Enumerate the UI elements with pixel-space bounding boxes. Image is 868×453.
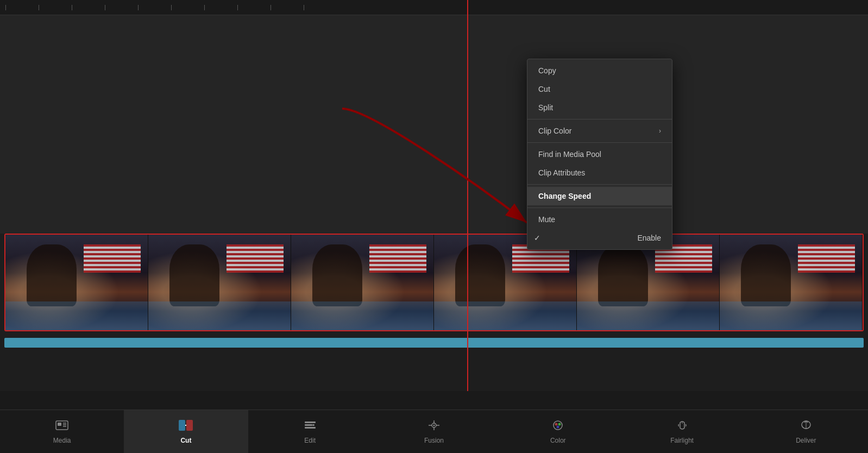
fairlight-icon [676,419,689,433]
ruler-tick [39,5,39,10]
frame-flag [227,244,284,273]
media-icon [55,419,68,433]
ruler-tick [72,5,72,10]
menu-item-mute-label: Mute [538,215,555,224]
menu-item-find-media-pool[interactable]: Find in Media Pool [527,145,672,163]
frame-flag [369,244,426,273]
track-container [0,234,868,358]
context-menu-section-speed: Change Speed [527,184,672,207]
menu-item-cut[interactable]: Cut [527,80,672,98]
nav-label-deliver: Deliver [796,437,816,444]
nav-item-cut[interactable]: Cut [124,410,248,453]
svg-rect-9 [305,421,316,423]
ruler-tick [138,5,139,10]
menu-item-clip-attributes-label: Clip Attributes [538,168,585,177]
frame-figure [598,244,648,306]
clip-frame-6 [720,235,863,330]
menu-item-clip-color[interactable]: Clip Color › [527,122,672,140]
frame-flag [798,244,855,273]
menu-item-split-label: Split [538,103,553,112]
nav-item-fairlight[interactable]: Fairlight [620,410,744,453]
nav-item-deliver[interactable]: Deliver [744,410,868,453]
frame-figure [455,244,505,306]
menu-item-copy[interactable]: Copy [527,61,672,80]
svg-rect-11 [305,427,316,429]
nav-label-edit: Edit [304,437,316,444]
menu-item-change-speed-label: Change Speed [538,192,591,200]
nav-item-media[interactable]: Media [0,410,124,453]
context-menu-section-edit: Copy Cut Split [527,59,672,119]
ruler-tick [5,5,6,10]
audio-track-bar [4,338,864,348]
ruler-tick [304,5,304,10]
clip-color-submenu-arrow: › [659,127,661,135]
frame-figure [741,244,791,306]
svg-rect-7 [186,420,193,431]
edit-icon [304,419,317,433]
menu-item-find-media-pool-label: Find in Media Pool [538,150,601,159]
svg-point-19 [433,424,435,426]
nav-label-fairlight: Fairlight [670,437,694,444]
svg-point-20 [553,421,562,430]
clip-frames [5,235,863,330]
nav-item-fusion[interactable]: Fusion [372,410,496,453]
nav-item-edit[interactable]: Edit [248,410,372,453]
svg-point-22 [558,423,561,425]
ruler-area [0,0,868,234]
video-track[interactable] [4,234,864,331]
menu-item-enable-label: Enable [637,234,661,242]
color-icon [551,419,564,433]
nav-label-media: Media [53,437,71,444]
menu-item-clip-color-label: Clip Color [538,127,571,135]
clip-frame-1 [5,235,148,330]
svg-point-21 [555,423,558,425]
menu-item-change-speed[interactable]: Change Speed [527,187,672,205]
enable-check-icon: ✓ [534,234,540,242]
svg-rect-6 [179,420,185,431]
playhead[interactable] [467,0,468,391]
ruler-tick [171,5,172,10]
ruler-tick [204,5,205,10]
nav-label-cut: Cut [180,437,191,444]
ruler-tick [237,5,238,10]
menu-item-split[interactable]: Split [527,98,672,117]
menu-item-clip-attributes[interactable]: Clip Attributes [527,163,672,182]
timeline-area: Copy Cut Split Clip Color › Find in Medi… [0,0,868,391]
ruler-tick [105,5,105,10]
clip-frame-3 [291,235,434,330]
nav-label-fusion: Fusion [424,437,444,444]
timeline-ruler [0,0,868,15]
svg-rect-2 [58,423,61,426]
svg-rect-10 [305,424,312,426]
frame-flag [84,244,141,273]
menu-item-enable[interactable]: ✓ Enable [527,229,672,247]
frame-figure [27,244,77,306]
svg-point-23 [557,425,559,428]
ruler-tick [271,5,271,10]
frame-figure [169,244,219,306]
clip-frame-2 [148,235,291,330]
menu-item-cut-label: Cut [538,85,550,93]
menu-item-copy-label: Copy [538,66,556,75]
context-menu-section-pool: Find in Media Pool Clip Attributes [527,142,672,184]
menu-item-mute[interactable]: Mute [527,210,672,229]
context-menu-section-color: Clip Color › [527,119,672,142]
bottom-nav: Media Cut Edit [0,410,868,453]
frame-figure [312,244,362,306]
context-menu-section-track: Mute ✓ Enable [527,207,672,249]
deliver-icon [800,419,813,433]
cut-icon [178,419,193,433]
fusion-icon [427,419,441,433]
nav-label-color: Color [550,437,566,444]
context-menu: Copy Cut Split Clip Color › Find in Medi… [527,59,672,250]
nav-item-color[interactable]: Color [496,410,620,453]
